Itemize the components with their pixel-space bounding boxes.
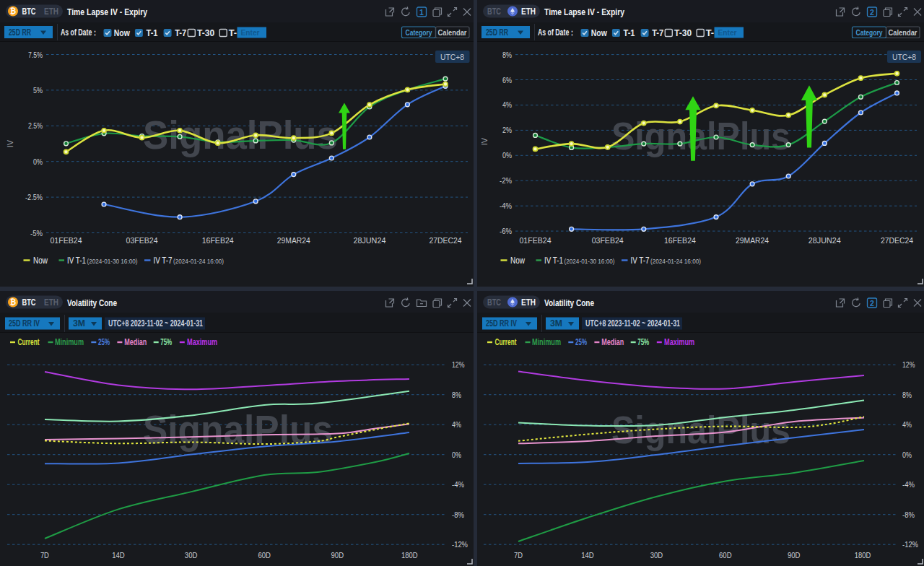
svg-text:12%: 12% (902, 360, 915, 369)
svg-text:ETH: ETH (44, 297, 58, 308)
svg-text:1: 1 (419, 8, 424, 17)
svg-text:29MAR24: 29MAR24 (277, 236, 311, 245)
svg-text:25D RR IV: 25D RR IV (486, 318, 517, 328)
svg-text:180D: 180D (855, 551, 871, 560)
svg-text:T-7: T-7 (652, 28, 663, 38)
svg-text:8%: 8% (902, 391, 912, 399)
svg-text:03FEB24: 03FEB24 (126, 236, 159, 245)
svg-text:T-30: T-30 (197, 28, 214, 38)
svg-text:-4%: -4% (452, 480, 464, 489)
svg-text:UTC+8: UTC+8 (892, 53, 916, 61)
svg-text:4%: 4% (502, 100, 512, 109)
svg-text:90D: 90D (788, 551, 801, 560)
svg-text:ETH: ETH (44, 6, 58, 17)
svg-text:0%: 0% (502, 151, 512, 160)
svg-text:T-1: T-1 (624, 28, 635, 38)
svg-text:75%: 75% (160, 337, 172, 347)
svg-text:IV: IV (480, 137, 489, 145)
svg-text:UTC+8 2023-11-02 ~ 2024-01-31: UTC+8 2023-11-02 ~ 2024-01-31 (585, 318, 680, 328)
svg-text:90D: 90D (331, 551, 344, 560)
svg-text:27DEC24: 27DEC24 (430, 236, 463, 245)
svg-text:Time Lapse IV - Expiry: Time Lapse IV - Expiry (544, 6, 625, 17)
svg-text:T-1: T-1 (147, 28, 158, 38)
svg-text:(2024-01-24 16:00): (2024-01-24 16:00) (173, 257, 224, 265)
svg-text:-8%: -8% (452, 510, 464, 519)
svg-text:Enter: Enter (241, 28, 260, 37)
svg-text:T-: T- (229, 28, 237, 38)
svg-text:12%: 12% (452, 360, 465, 369)
svg-text:-8%: -8% (902, 510, 915, 519)
svg-text:Volatility Cone: Volatility Cone (67, 297, 117, 308)
svg-text:16FEB24: 16FEB24 (664, 236, 697, 245)
svg-text:03FEB24: 03FEB24 (592, 236, 624, 245)
svg-text:IV T-7: IV T-7 (154, 256, 173, 266)
svg-text:IV T-1: IV T-1 (67, 256, 86, 266)
svg-text:Now: Now (114, 28, 131, 38)
svg-text:60D: 60D (258, 551, 271, 560)
svg-text:Calendar: Calendar (889, 28, 918, 37)
svg-text:75%: 75% (637, 337, 649, 347)
svg-text:Current: Current (495, 337, 518, 347)
svg-text:7.5%: 7.5% (28, 51, 43, 59)
svg-text:8%: 8% (502, 51, 512, 59)
svg-text:Now: Now (510, 256, 526, 266)
svg-text:Now: Now (591, 28, 608, 38)
svg-text:14D: 14D (581, 551, 594, 560)
svg-text:3M: 3M (73, 318, 85, 328)
svg-text:4%: 4% (902, 420, 912, 429)
svg-text:6%: 6% (502, 76, 512, 84)
svg-text:IV T-7: IV T-7 (631, 256, 650, 266)
svg-text:3M: 3M (550, 318, 562, 328)
svg-text:Category: Category (406, 28, 432, 37)
svg-text:-4%: -4% (902, 480, 915, 489)
svg-text:Maximum: Maximum (664, 337, 694, 347)
svg-text:7D: 7D (40, 551, 49, 560)
svg-text:IV T-1: IV T-1 (544, 256, 563, 266)
svg-text:Median: Median (601, 337, 624, 347)
svg-text:30D: 30D (185, 551, 198, 560)
svg-text:Median: Median (124, 337, 147, 347)
svg-text:BTC: BTC (487, 297, 501, 308)
svg-text:27DEC24: 27DEC24 (881, 236, 914, 245)
svg-text:30D: 30D (650, 551, 663, 560)
svg-text:₿: ₿ (10, 298, 16, 306)
svg-text:2%: 2% (502, 126, 512, 134)
svg-text:Current: Current (18, 337, 40, 347)
svg-text:25D RR IV: 25D RR IV (9, 318, 40, 328)
svg-text:(2024-01-24 16:00): (2024-01-24 16:00) (650, 257, 701, 265)
svg-text:16FEB24: 16FEB24 (202, 236, 235, 245)
svg-text:T-30: T-30 (674, 28, 692, 38)
svg-text:Minimum: Minimum (55, 337, 84, 347)
svg-text:BTC: BTC (22, 297, 36, 308)
svg-text:-5%: -5% (30, 229, 43, 238)
svg-text:5%: 5% (33, 86, 43, 95)
svg-text:BTC: BTC (487, 6, 501, 17)
svg-text:-2%: -2% (500, 176, 512, 185)
svg-text:-2.5%: -2.5% (25, 193, 43, 201)
svg-text:25%: 25% (575, 337, 587, 347)
svg-text:ETH: ETH (521, 6, 536, 17)
svg-text:Category: Category (856, 28, 883, 37)
svg-text:180D: 180D (401, 551, 418, 560)
svg-text:28JUN24: 28JUN24 (808, 236, 842, 245)
svg-text:₿: ₿ (10, 7, 16, 15)
svg-text:SignalPlus: SignalPlus (611, 408, 790, 451)
svg-text:01FEB24: 01FEB24 (51, 236, 83, 245)
svg-text:28JUN24: 28JUN24 (353, 236, 386, 245)
svg-text:25D RR: 25D RR (486, 27, 508, 38)
svg-text:Time Lapse IV - Expiry: Time Lapse IV - Expiry (67, 6, 148, 17)
svg-text:-12%: -12% (452, 540, 468, 549)
svg-text:Minimum: Minimum (532, 337, 561, 347)
svg-text:0%: 0% (452, 450, 461, 459)
svg-text:4%: 4% (452, 420, 461, 429)
svg-text:14D: 14D (112, 551, 125, 560)
svg-text:25D RR: 25D RR (9, 27, 31, 38)
svg-text:25%: 25% (98, 337, 110, 347)
svg-text:IV: IV (6, 139, 14, 147)
svg-text:T-: T- (706, 28, 715, 38)
svg-text:BTC: BTC (22, 6, 36, 17)
svg-text:SignalPlus: SignalPlus (143, 113, 338, 157)
svg-text:60D: 60D (719, 551, 732, 560)
svg-text:(2024-01-30 16:00): (2024-01-30 16:00) (565, 257, 615, 265)
svg-text:8%: 8% (452, 391, 461, 399)
